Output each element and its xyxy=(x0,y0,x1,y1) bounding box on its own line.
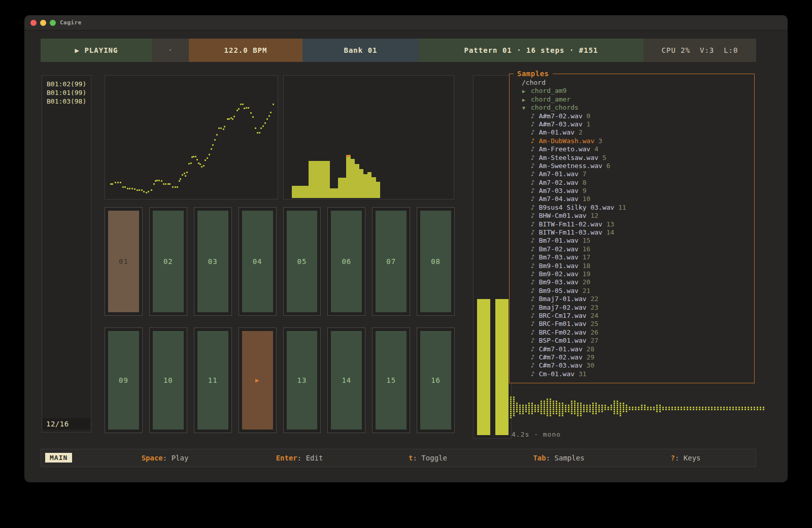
bank-display[interactable]: Bank 01 xyxy=(302,39,419,62)
sample-file-row-7[interactable]: ♪ Am7-01.wav 7 xyxy=(510,170,754,178)
sample-file-row-20[interactable]: ♪ Bm9-03.wav 20 xyxy=(510,278,754,286)
sample-file-row-19[interactable]: ♪ Bm9-02.wav 19 xyxy=(510,270,754,278)
samples-panel-title: Samples xyxy=(514,70,553,78)
zoom-window-button[interactable] xyxy=(50,20,56,26)
hint-samples: Tab: Samples xyxy=(533,454,584,462)
music-note-icon: ♪ xyxy=(531,287,539,294)
sample-file-row-14[interactable]: ♪ BITW-Fm11-03.wav 14 xyxy=(510,228,754,237)
sample-file-row-13[interactable]: ♪ BITW-Fm11-02.wav 13 xyxy=(510,220,754,228)
sample-file-row-27[interactable]: ♪ BSP-Cm01.wav 27 xyxy=(510,337,754,345)
bpm-display[interactable]: 122.0 BPM xyxy=(189,39,302,62)
pad-08[interactable]: 08 xyxy=(417,207,455,316)
pad-13[interactable]: 13 xyxy=(283,327,321,433)
pad-02[interactable]: 02 xyxy=(149,207,187,316)
pattern-display[interactable]: Pattern 01 · 16 steps · #151 xyxy=(419,39,644,62)
music-note-icon: ♪ xyxy=(531,320,539,327)
sample-file-name: BRC-Fm02.wav xyxy=(539,328,591,336)
pad-07[interactable]: 07 xyxy=(372,207,410,316)
waveform-info: 4.2s · mono xyxy=(512,431,561,438)
sample-file-index: 22 xyxy=(590,295,598,303)
pad-label: 09 xyxy=(108,331,139,430)
hint-toggle: t: Toggle xyxy=(409,454,447,462)
pad-16[interactable]: 16 xyxy=(417,327,455,433)
sample-file-name: Am7-04.wav xyxy=(539,195,583,203)
sample-file-row-18[interactable]: ♪ Bm9-01.wav 18 xyxy=(510,262,754,270)
sample-file-row-4[interactable]: ♪ Am-Freeto.wav 4 xyxy=(510,145,754,153)
sample-file-index: 1 xyxy=(587,120,591,128)
pad-05[interactable]: 05 xyxy=(283,207,321,316)
sample-file-row-0[interactable]: ♪ A#m7-02.wav 0 xyxy=(510,112,754,120)
music-note-icon: ♪ xyxy=(531,154,539,161)
sample-file-row-31[interactable]: ♪ Cm-01.wav 31 xyxy=(510,370,754,378)
chevron-right-icon: ▶ xyxy=(522,87,531,95)
sample-file-row-12[interactable]: ♪ BHW-Cm01.wav 12 xyxy=(510,212,754,220)
sample-file-row-24[interactable]: ♪ BRC-Cm17.wav 24 xyxy=(510,312,754,320)
pad-11[interactable]: 11 xyxy=(194,327,232,433)
pad-04[interactable]: 04 xyxy=(239,207,277,316)
sample-file-row-30[interactable]: ♪ C#m7-03.wav 30 xyxy=(510,361,754,370)
sample-folder-row-chord_am9[interactable]: ▶chord_am9 xyxy=(510,87,754,95)
sample-file-row-23[interactable]: ♪ Bmaj7-02.wav 23 xyxy=(510,304,754,312)
sample-folder-row-chord_chords[interactable]: ▼chord_chords xyxy=(510,104,754,112)
sample-file-row-17[interactable]: ♪ Bm7-03.wav 17 xyxy=(510,253,754,261)
sample-file-row-22[interactable]: ♪ Bmaj7-01.wav 22 xyxy=(510,295,754,303)
pad-label: 14 xyxy=(331,331,362,430)
music-note-icon: ♪ xyxy=(531,162,539,170)
sample-file-index: 14 xyxy=(606,228,615,236)
sample-file-index: 26 xyxy=(590,328,598,336)
minimize-window-button[interactable] xyxy=(40,20,46,26)
music-note-icon: ♪ xyxy=(531,237,539,244)
sample-root-path: /chord xyxy=(510,79,754,87)
music-note-icon: ♪ xyxy=(531,270,539,278)
pad-14[interactable]: 14 xyxy=(327,327,365,433)
music-note-icon: ♪ xyxy=(531,195,539,203)
sample-file-row-3[interactable]: ♪ Am-DubWash.wav 3 xyxy=(510,137,754,145)
sample-file-row-11[interactable]: ♪ B9sus4 Silky 03.wav 11 xyxy=(510,204,754,212)
music-note-icon: ♪ xyxy=(531,137,539,145)
sample-file-row-15[interactable]: ♪ Bm7-01.wav 15 xyxy=(510,237,754,245)
sample-file-name: BHW-Cm01.wav xyxy=(539,212,591,219)
pad-01[interactable]: 01 xyxy=(105,207,143,316)
sample-file-index: 30 xyxy=(587,361,595,369)
sample-file-row-2[interactable]: ♪ Am-01.wav 2 xyxy=(510,128,754,137)
music-note-icon: ♪ xyxy=(531,220,539,228)
pad-09[interactable]: 09 xyxy=(105,327,143,433)
sample-file-row-9[interactable]: ♪ Am7-03.wav 9 xyxy=(510,187,754,195)
sample-file-index: 4 xyxy=(594,145,598,153)
sample-file-row-16[interactable]: ♪ Bm7-02.wav 16 xyxy=(510,245,754,253)
pad-03[interactable]: 03 xyxy=(194,207,232,316)
voice-readout-0: B01:02(99) xyxy=(42,80,91,88)
pad-12[interactable]: ▶ xyxy=(239,327,277,433)
sample-file-name: Bmaj7-01.wav xyxy=(539,295,591,303)
sample-browser-tree: /chord▶chord_am9▶chord_amer▼chord_chords… xyxy=(510,79,754,382)
sample-file-row-6[interactable]: ♪ Am-Sweetness.wav 6 xyxy=(510,162,754,170)
pad-10[interactable]: 10 xyxy=(149,327,187,433)
sample-file-row-10[interactable]: ♪ Am7-04.wav 10 xyxy=(510,195,754,203)
music-note-icon: ♪ xyxy=(531,128,539,136)
sample-file-name: Bm7-03.wav xyxy=(539,253,583,261)
sample-file-row-5[interactable]: ♪ Am-Steelsaw.wav 5 xyxy=(510,154,754,162)
voice-readout-2: B01:03(98) xyxy=(42,97,91,106)
sample-file-row-21[interactable]: ♪ Bm9-05.wav 21 xyxy=(510,287,754,295)
sample-file-row-1[interactable]: ♪ A#m7-03.wav 1 xyxy=(510,120,754,128)
pad-15[interactable]: 15 xyxy=(372,327,410,433)
sample-file-name: Bm9-05.wav xyxy=(539,287,583,294)
sample-file-row-26[interactable]: ♪ BRC-Fm02.wav 26 xyxy=(510,328,754,337)
close-window-button[interactable] xyxy=(30,20,37,26)
sample-file-index: 2 xyxy=(579,128,583,136)
music-note-icon: ♪ xyxy=(531,179,539,186)
sample-file-index: 20 xyxy=(583,278,591,286)
voices-panel: B01:02(99)B01:01(99)B01:03(98) 12/16 xyxy=(42,75,91,433)
sample-file-name: A#m7-02.wav xyxy=(539,112,587,120)
sample-file-row-29[interactable]: ♪ C#m7-02.wav 29 xyxy=(510,353,754,361)
sample-file-row-25[interactable]: ♪ BRC-Fm01.wav 25 xyxy=(510,320,754,328)
sample-file-row-8[interactable]: ♪ Am7-02.wav 8 xyxy=(510,179,754,187)
pad-06[interactable]: 06 xyxy=(327,207,365,316)
sample-folder-row-chord_amer[interactable]: ▶chord_amer xyxy=(510,95,754,104)
sample-file-name: BRC-Fm01.wav xyxy=(539,320,591,327)
pad-label: 03 xyxy=(197,211,228,312)
step-position: 12/16 xyxy=(43,418,90,430)
sample-file-name: Bmaj7-02.wav xyxy=(539,304,591,311)
sample-file-row-28[interactable]: ♪ C#m7-01.wav 28 xyxy=(510,345,754,353)
sample-file-index: 31 xyxy=(579,370,587,378)
